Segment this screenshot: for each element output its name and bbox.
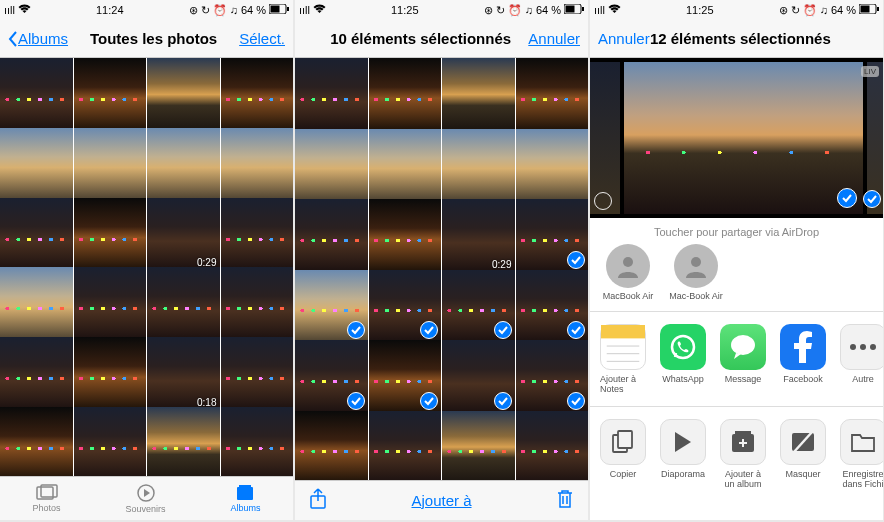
photo-thumb[interactable] <box>295 129 368 202</box>
app-notes[interactable]: Ajouter à Notes <box>600 324 646 394</box>
photo-thumb[interactable] <box>221 198 294 271</box>
photo-thumb[interactable] <box>0 407 73 476</box>
video-thumb[interactable]: 0:29 <box>442 199 515 272</box>
photo-thumb[interactable] <box>74 58 147 131</box>
trash-button[interactable] <box>556 489 574 512</box>
photo-thumb[interactable] <box>0 198 73 271</box>
check-icon <box>837 188 857 208</box>
page-title: 10 éléments sélectionnés <box>330 30 511 47</box>
photo-thumb[interactable] <box>221 128 294 201</box>
status-icons: ⊛ ↻ ⏰ ♫ <box>189 4 238 17</box>
share-preview-strip[interactable]: LIV <box>590 58 883 218</box>
photo-thumb-selected[interactable] <box>516 270 589 343</box>
photo-thumb[interactable] <box>442 411 515 481</box>
photo-thumb[interactable] <box>0 58 73 131</box>
photo-thumb-selected[interactable] <box>295 270 368 343</box>
action-save-files[interactable]: Enregistre dans Fichi <box>840 419 883 489</box>
action-slideshow[interactable]: Diaporama <box>660 419 706 489</box>
photo-thumb[interactable] <box>147 407 220 476</box>
add-to-button[interactable]: Ajouter à <box>411 492 471 509</box>
photo-thumb[interactable] <box>369 58 442 131</box>
status-bar: ııll 11:25 ⊛ ↻ ⏰ ♫ 64 % <box>590 0 883 20</box>
folder-icon <box>840 419 883 465</box>
photo-thumb[interactable] <box>74 198 147 271</box>
photo-thumb[interactable] <box>369 129 442 202</box>
deselect-circle-icon[interactable] <box>594 192 612 210</box>
video-duration: 0:29 <box>492 259 511 270</box>
photo-thumb-selected[interactable] <box>369 270 442 343</box>
app-more[interactable]: Autre <box>840 324 883 394</box>
photo-thumb[interactable] <box>74 128 147 201</box>
action-hide[interactable]: Masquer <box>780 419 826 489</box>
tab-albums[interactable]: Albums <box>230 484 260 513</box>
preview-thumb-selected[interactable] <box>624 62 863 214</box>
status-time: 11:24 <box>96 4 124 16</box>
cancel-button[interactable]: Annuler <box>598 30 650 47</box>
action-label: Copier <box>610 469 637 479</box>
page-title: 12 éléments sélectionnés <box>650 30 831 47</box>
photo-thumb[interactable] <box>74 337 147 410</box>
photo-thumb[interactable] <box>295 411 368 481</box>
airdrop-contact[interactable]: MacBook Air <box>600 244 656 301</box>
facebook-icon <box>780 324 826 370</box>
preview-thumb-selected[interactable]: LIV <box>867 62 883 214</box>
status-time: 11:25 <box>391 4 419 16</box>
preview-thumb[interactable] <box>590 62 620 214</box>
video-thumb[interactable]: 0:29 <box>147 198 220 271</box>
share-button[interactable] <box>309 488 327 513</box>
photo-thumb-selected[interactable] <box>516 340 589 413</box>
photo-thumb-selected[interactable] <box>369 340 442 413</box>
photo-thumb[interactable] <box>295 58 368 131</box>
app-whatsapp[interactable]: WhatsApp <box>660 324 706 394</box>
svg-point-23 <box>850 344 856 350</box>
photo-thumb[interactable] <box>221 407 294 476</box>
photo-thumb-selected[interactable] <box>442 340 515 413</box>
photo-thumb[interactable] <box>442 58 515 131</box>
photo-thumb[interactable] <box>0 267 73 340</box>
photo-thumb[interactable] <box>74 267 147 340</box>
action-copy[interactable]: Copier <box>600 419 646 489</box>
airdrop-contact[interactable]: Mac-Book Air <box>668 244 724 301</box>
app-messages[interactable]: Message <box>720 324 766 394</box>
app-label: Facebook <box>783 374 823 384</box>
photo-thumb[interactable] <box>516 58 589 131</box>
photo-thumb[interactable] <box>369 199 442 272</box>
tab-label: Souvenirs <box>125 504 165 514</box>
photo-thumb[interactable] <box>147 267 220 340</box>
action-add-album[interactable]: Ajouter à un album <box>720 419 766 489</box>
select-button[interactable]: Sélect. <box>239 30 285 47</box>
check-icon <box>494 321 512 339</box>
check-icon <box>420 392 438 410</box>
photo-thumb[interactable] <box>74 407 147 476</box>
check-icon <box>863 190 881 208</box>
photo-thumb[interactable] <box>442 129 515 202</box>
photo-grid: 0:29 <box>295 58 588 480</box>
photo-thumb[interactable] <box>369 411 442 481</box>
live-badge: LIV <box>861 66 879 77</box>
photo-thumb[interactable] <box>0 337 73 410</box>
photo-thumb-selected[interactable] <box>442 270 515 343</box>
photo-thumb[interactable] <box>516 411 589 481</box>
back-button[interactable]: Albums <box>8 30 68 47</box>
app-facebook[interactable]: Facebook <box>780 324 826 394</box>
svg-rect-2 <box>287 7 289 11</box>
tab-souvenirs[interactable]: Souvenirs <box>125 483 165 514</box>
photo-thumb-selected[interactable] <box>295 340 368 413</box>
photo-thumb[interactable] <box>147 128 220 201</box>
photo-thumb[interactable] <box>221 267 294 340</box>
photo-thumb[interactable] <box>0 128 73 201</box>
tab-photos[interactable]: Photos <box>32 484 60 513</box>
contact-label: MacBook Air <box>603 291 654 301</box>
photo-thumb[interactable] <box>221 58 294 131</box>
video-thumb[interactable]: 0:18 <box>147 337 220 410</box>
photo-thumb-selected[interactable] <box>516 199 589 272</box>
photo-thumb[interactable] <box>516 129 589 202</box>
screen-share-sheet: ııll 11:25 ⊛ ↻ ⏰ ♫ 64 % Annuler 12 éléme… <box>590 0 883 520</box>
nav-bar: Annuler 12 éléments sélectionnés <box>590 20 883 58</box>
photo-thumb[interactable] <box>221 337 294 410</box>
hide-icon <box>780 419 826 465</box>
photo-thumb[interactable] <box>295 199 368 272</box>
cancel-button[interactable]: Annuler <box>528 30 580 47</box>
status-icons: ⊛ ↻ ⏰ ♫ <box>779 4 828 17</box>
photo-thumb[interactable] <box>147 58 220 131</box>
